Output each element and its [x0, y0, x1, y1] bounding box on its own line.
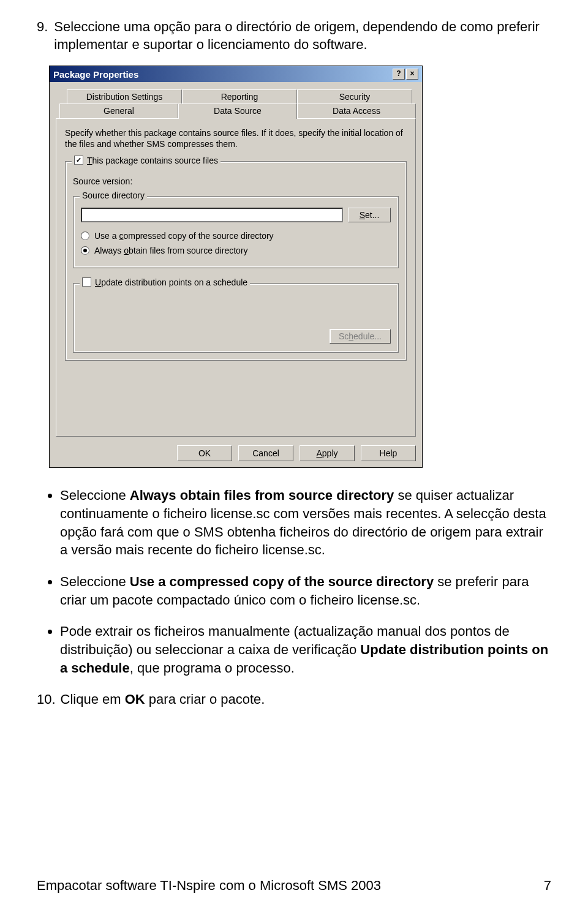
source-version-label: Source version:: [73, 176, 399, 186]
page-number: 7: [544, 878, 551, 894]
help-button[interactable]: Help: [361, 445, 416, 461]
set-button[interactable]: Set...: [348, 208, 391, 222]
radio-compressed[interactable]: [81, 232, 89, 240]
tab-data-source[interactable]: Data Source: [178, 104, 297, 119]
page-footer: Empacotar software TI-Nspire com o Micro…: [0, 878, 588, 894]
tab-general[interactable]: General: [59, 104, 178, 118]
tab-reporting[interactable]: Reporting: [182, 89, 297, 104]
help-icon[interactable]: ?: [393, 69, 405, 80]
source-directory-legend: Source directory: [80, 190, 147, 200]
update-schedule-group: Update distribution points on a schedule…: [73, 283, 399, 353]
step-number: 9.: [37, 18, 48, 53]
contains-source-checkbox[interactable]: ✓: [74, 156, 83, 165]
step10: 10. Clique em OK para criar o pacote.: [37, 690, 551, 709]
source-directory-group: Source directory Set... Use a compressed…: [73, 196, 399, 268]
package-properties-dialog: Package Properties ? × Distribution Sett…: [49, 66, 423, 468]
ok-button[interactable]: OK: [177, 445, 232, 461]
schedule-button: Schedule...: [330, 329, 391, 344]
close-icon[interactable]: ×: [406, 69, 418, 80]
cancel-button[interactable]: Cancel: [238, 445, 293, 461]
radio-always-label: Always obtain files from source director…: [94, 246, 248, 255]
update-schedule-checkbox[interactable]: [82, 277, 91, 287]
tab-security[interactable]: Security: [297, 89, 412, 104]
panel-description: Specify whether this package contains so…: [65, 127, 407, 149]
footer-text: Empacotar software TI-Nspire com o Micro…: [37, 878, 381, 894]
step9-text: Seleccione uma opção para o directório d…: [54, 18, 551, 53]
radio-always-obtain[interactable]: [81, 246, 89, 255]
titlebar: Package Properties ? ×: [50, 66, 422, 82]
source-files-group: ✓ This package contains source files Sou…: [65, 161, 407, 361]
list-item: Seleccione Use a compressed copy of the …: [60, 573, 551, 609]
list-item: Seleccione Always obtain files from sour…: [60, 486, 551, 559]
contains-source-label: This package contains source files: [87, 156, 218, 165]
window-title: Package Properties: [53, 69, 138, 80]
update-schedule-label: Update distribution points on a schedule: [95, 277, 247, 287]
instruction-list: Seleccione Always obtain files from sour…: [37, 486, 551, 677]
tab-panel: Specify whether this package contains so…: [56, 118, 416, 437]
tab-distribution-settings[interactable]: Distribution Settings: [67, 89, 182, 104]
tab-data-access[interactable]: Data Access: [297, 104, 416, 118]
apply-button[interactable]: Apply: [300, 445, 355, 461]
source-directory-input[interactable]: [81, 208, 343, 222]
list-item: Pode extrair os ficheiros manualmente (a…: [60, 622, 551, 677]
radio-compressed-label: Use a compressed copy of the source dire…: [94, 231, 274, 241]
